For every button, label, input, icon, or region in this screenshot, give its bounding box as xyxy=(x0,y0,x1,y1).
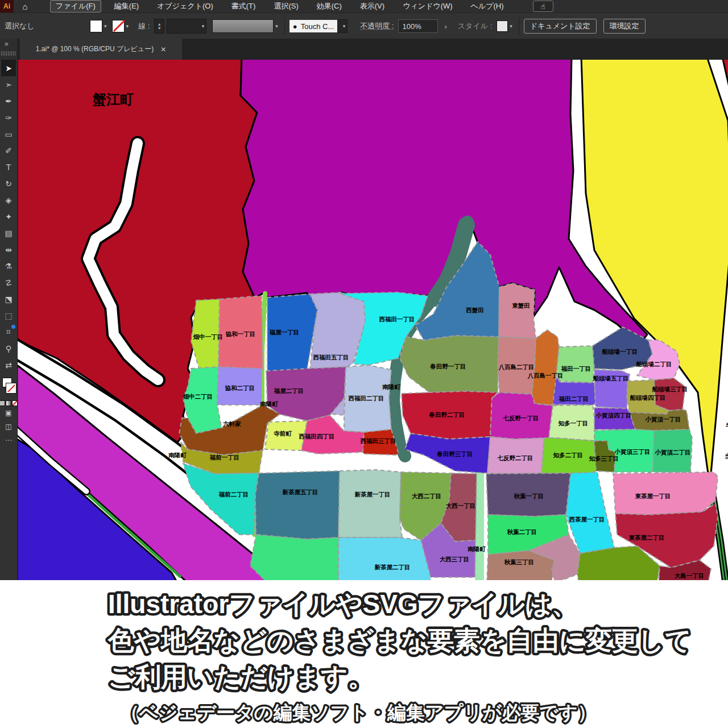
menu-item-7[interactable]: 表示(V) xyxy=(355,1,390,12)
stroke-weight-stepper[interactable]: ▲▼ xyxy=(154,19,164,34)
district-label: 福前一丁目 xyxy=(209,454,240,461)
district-label: 西福田五丁目 xyxy=(313,354,349,361)
shape-builder-tool[interactable]: ⬔ xyxy=(1,291,16,307)
district-新茶屋二丁目[interactable] xyxy=(338,537,431,580)
pen-tool[interactable]: ✒ xyxy=(1,93,16,109)
toolbar-ellipsis[interactable]: ⋯ xyxy=(1,433,16,447)
swap-colors[interactable]: ⇄ xyxy=(1,357,16,373)
home-icon[interactable]: ⌂ xyxy=(14,2,36,11)
style-swatch[interactable] xyxy=(497,20,508,32)
stroke-swatch-icon[interactable] xyxy=(6,383,16,393)
stroke-chevron-icon[interactable]: ▾ xyxy=(125,23,131,29)
fill-stroke-control[interactable] xyxy=(1,378,16,397)
shaper-tool[interactable]: ✦ xyxy=(1,208,16,225)
gradient-tool[interactable]: ▤ xyxy=(1,225,16,241)
opacity-more-chevron[interactable]: › xyxy=(442,22,448,31)
width-tool[interactable]: ⇹ xyxy=(1,241,16,258)
stroke-weight-dropdown[interactable]: ▾ xyxy=(167,19,206,34)
district-label: 東茶屋一丁目 xyxy=(635,493,671,499)
draw-behind-icon[interactable]: ◫ xyxy=(1,420,16,433)
collapse-chevron-icon[interactable]: » xyxy=(5,40,9,48)
stroke-color-swatch[interactable] xyxy=(112,20,125,32)
district-label: 八百島一丁目 xyxy=(527,372,564,379)
district-label: 西福田三丁目 xyxy=(360,437,396,444)
menu-item-9[interactable]: ヘルプ(H) xyxy=(466,1,509,12)
gradient-mode-icon[interactable] xyxy=(6,400,11,406)
fill-color-swatch[interactable] xyxy=(90,20,102,32)
district-label: 協和二丁目 xyxy=(225,384,255,391)
district-label: 大西三丁目 xyxy=(440,556,470,562)
menu-item-1[interactable]: ファイル(F) xyxy=(50,0,101,13)
district-unlabeled-53[interactable] xyxy=(250,535,338,580)
zoom-tool[interactable]: ⚲ xyxy=(1,340,16,357)
preferences-button[interactable]: 環境設定 xyxy=(603,19,646,34)
selection-tool[interactable]: ➤ xyxy=(1,60,16,76)
menu-item-4[interactable]: 書式(T) xyxy=(226,1,261,12)
district-label: 西福田四丁目 xyxy=(299,433,335,440)
district-label: 福田二丁目 xyxy=(559,395,589,402)
paintbrush-tool[interactable]: ✐ xyxy=(1,142,16,159)
menu-bar: Ai ⌂ ファイル(F)編集(E)オブジェクト(O)書式(T)選択(S)効果(C… xyxy=(0,0,728,13)
district-小賀須四丁目[interactable] xyxy=(594,408,635,429)
rotate-tool[interactable]: ↻ xyxy=(1,175,16,192)
menu-item-2[interactable]: 編集(E) xyxy=(109,1,144,12)
fill-chevron-icon[interactable]: ▾ xyxy=(102,23,109,29)
color-mode-icon[interactable] xyxy=(0,400,5,406)
direct-selection-tool[interactable]: ➣ xyxy=(1,76,16,93)
eraser-tool[interactable]: ◈ xyxy=(1,192,16,208)
district-label: 知多三丁目 xyxy=(589,455,619,462)
caption-line-2: 色や地名などのさまざまな要素を自由に変更して xyxy=(107,626,692,655)
style-chevron-icon[interactable]: ▾ xyxy=(508,23,514,29)
brush-preview-dropdown[interactable] xyxy=(212,19,274,33)
district-label: 福田一丁目 xyxy=(561,365,592,372)
puppet-warp-tool[interactable]: ☡ xyxy=(1,274,16,291)
district-label: 新茶屋五丁目 xyxy=(282,489,318,495)
district-label: 新茶屋二丁目 xyxy=(374,564,411,570)
caption-area: IllustratorファイルやSVGファイルは、 色や地名などのさまざまな要素… xyxy=(0,580,728,728)
district-label: 寺前町 xyxy=(274,430,292,437)
rectangle-tool[interactable]: ▭ xyxy=(1,126,16,142)
document-tab[interactable]: 1.ai* @ 100 % (RGB/CPU プレビュー) ✕ xyxy=(20,39,182,60)
type-tool[interactable]: T xyxy=(1,159,16,175)
draw-normal-icon[interactable]: ▣ xyxy=(1,406,16,420)
district-label: 春田野一丁目 xyxy=(430,363,466,370)
district-新茶屋五丁目[interactable] xyxy=(255,471,340,539)
district-label: 小賀須一丁目 xyxy=(645,416,681,423)
district-label: 福前二丁目 xyxy=(218,491,249,498)
district-label: 西蟹田 xyxy=(465,307,484,313)
town-label: 蟹江町 xyxy=(92,92,134,107)
artboard-tool[interactable]: ⬚ xyxy=(1,307,16,324)
document-tab-title: 1.ai* @ 100 % (RGB/CPU プレビュー) xyxy=(36,44,154,54)
district-label: 西福田二丁目 xyxy=(348,395,384,402)
brush-definition-dropdown[interactable]: ● Touch C... xyxy=(289,20,337,32)
color-mode-bar xyxy=(0,400,18,406)
perspective-grid-tool[interactable]: ⌗ xyxy=(1,324,16,340)
menu-item-5[interactable]: 選択(S) xyxy=(268,1,303,12)
brush-definition-chevron[interactable]: ▾ xyxy=(337,19,348,33)
brush-chevron-icon[interactable]: ▾ xyxy=(274,23,280,29)
district-label: 船頭場一丁目 xyxy=(602,348,638,355)
curvature-tool[interactable]: ✑ xyxy=(1,109,16,126)
illustrator-app-icon[interactable]: Ai xyxy=(0,0,14,13)
opacity-input[interactable]: 100% xyxy=(398,19,438,33)
map-canvas[interactable]: 畑中一丁目協和一丁目福屋一丁目西福田五丁目畑中二丁目協和二丁目福屋二丁目西福田一… xyxy=(17,60,728,580)
divider xyxy=(519,18,519,35)
brush-dot-icon: ● xyxy=(293,22,297,31)
district-label: 春田野三丁目 xyxy=(437,450,473,457)
document-setup-button[interactable]: ドキュメント設定 xyxy=(524,19,597,34)
menu-item-6[interactable]: 効果(C) xyxy=(312,1,347,12)
eyedropper-tool[interactable]: ⚗ xyxy=(1,258,16,274)
district-label: 畑中二丁目 xyxy=(183,393,213,400)
opacity-label[interactable]: 不透明度 : xyxy=(360,21,394,31)
district-label: 西茶屋一丁目 xyxy=(569,516,605,523)
hand-cursor-icon[interactable]: ☝ xyxy=(533,1,553,12)
district-東蟹田[interactable] xyxy=(499,283,536,338)
none-mode-icon[interactable] xyxy=(12,400,18,406)
options-bar: 選択なし ▾ ▾ 線 : ▲▼ ▾ ▾ ● Touch C... ▾ 不透明度 … xyxy=(0,13,728,40)
menu-item-3[interactable]: オブジェクト(O) xyxy=(152,1,218,12)
menu-item-8[interactable]: ウィンドウ(W) xyxy=(398,1,457,12)
district-新茶屋一丁目[interactable] xyxy=(338,470,402,537)
tools-panel: ➤➣✒✑▭✐T↻◈✦▤⇹⚗☡⬔⬚⌗⚲⇄ ▣ ◫ ⋯ xyxy=(0,60,18,580)
tab-close-icon[interactable]: ✕ xyxy=(160,46,166,53)
district-label: 小賀須二丁目 xyxy=(655,449,691,456)
